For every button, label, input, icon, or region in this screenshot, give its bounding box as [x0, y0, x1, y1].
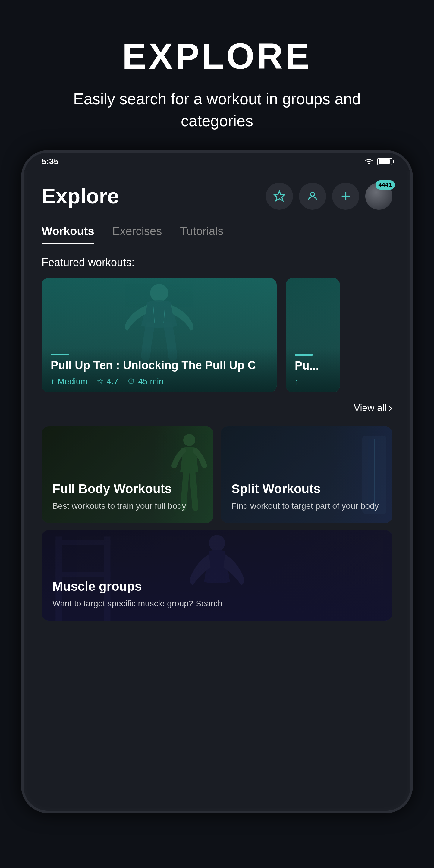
category-desc-fullbody: Best workouts to train your full body — [53, 500, 203, 512]
featured-card-title: Pull Up Ten : Unlocking The Pull Up C — [51, 359, 268, 372]
svg-marker-0 — [274, 191, 284, 201]
view-all-button[interactable]: View all — [354, 401, 393, 414]
status-icons — [364, 158, 393, 165]
app-content: Explore — [24, 174, 410, 811]
view-all-row: View all — [41, 401, 393, 414]
app-title: Explore — [41, 184, 119, 208]
battery-icon — [377, 158, 393, 165]
category-card-fullbody[interactable]: Full Body Workouts Best workouts to trai… — [41, 427, 213, 523]
status-bar: 5:35 — [24, 153, 410, 170]
rating-meta: ☆ 4.7 — [97, 377, 119, 386]
category-name-split: Split Workouts — [231, 481, 381, 496]
featured-scroll: Pull Up Ten : Unlocking The Pull Up C ↑ … — [41, 278, 393, 393]
tab-workouts[interactable]: Workouts — [41, 225, 94, 244]
partial-card-meta: ↑ — [295, 377, 331, 386]
avatar-container[interactable]: 4441 — [365, 183, 393, 210]
profile-button[interactable] — [299, 183, 326, 210]
phone-side-button — [410, 273, 413, 309]
tabs-container: Workouts Exercises Tutorials — [41, 225, 393, 244]
partial-card-title: Pu... — [295, 359, 331, 372]
partial-difficulty-icon: ↑ — [295, 377, 299, 386]
favorites-button[interactable] — [266, 183, 293, 210]
svg-point-4 — [150, 284, 168, 302]
category-name-muscle: Muscle groups — [53, 579, 381, 594]
status-time: 5:35 — [41, 157, 59, 166]
featured-card-main[interactable]: Pull Up Ten : Unlocking The Pull Up C ↑ … — [41, 278, 277, 393]
category-card-muscle[interactable]: Muscle groups Want to target specific mu… — [41, 530, 393, 621]
category-desc-split: Find workout to target part of your body — [231, 500, 381, 512]
page-title: EXPLORE — [66, 36, 368, 76]
wifi-icon — [364, 158, 374, 165]
partial-accent-line — [295, 354, 313, 355]
duration-meta: ⏱ 45 min — [127, 377, 164, 386]
category-content-2: Split Workouts Find workout to target pa… — [221, 427, 393, 523]
phone-frame: 5:35 Explore — [21, 150, 413, 813]
partial-difficulty-meta: ↑ — [295, 377, 299, 386]
clock-icon: ⏱ — [127, 377, 135, 386]
featured-card-partial[interactable]: Pu... ↑ — [286, 278, 340, 393]
featured-section-title: Featured workouts: — [41, 256, 393, 269]
page-header: EXPLORE Easily search for a workout in g… — [66, 0, 368, 150]
star-rating-icon: ☆ — [97, 377, 104, 386]
category-card-split[interactable]: Split Workouts Find workout to target pa… — [221, 427, 393, 523]
star-icon — [273, 190, 285, 202]
difficulty-icon: ↑ — [51, 377, 55, 386]
notification-badge: 4441 — [375, 180, 395, 190]
card-meta: ↑ Medium ☆ 4.7 ⏱ 45 min — [51, 377, 268, 386]
app-header: Explore — [41, 183, 393, 210]
featured-card-bottom: Pull Up Ten : Unlocking The Pull Up C ↑ … — [41, 348, 277, 393]
difficulty-meta: ↑ Medium — [51, 377, 88, 386]
tab-tutorials[interactable]: Tutorials — [180, 225, 223, 244]
category-name-fullbody: Full Body Workouts — [53, 481, 203, 496]
card-accent-line — [51, 354, 69, 355]
header-actions: 4441 — [266, 183, 393, 210]
category-desc-muscle: Want to target specific muscle group? Se… — [53, 598, 381, 610]
svg-point-1 — [310, 192, 314, 196]
partial-card-bottom: Pu... ↑ — [286, 348, 340, 393]
category-content-1: Full Body Workouts Best workouts to trai… — [41, 427, 213, 523]
plus-icon — [340, 190, 352, 202]
category-content-3: Muscle groups Want to target specific mu… — [41, 530, 393, 621]
tab-exercises[interactable]: Exercises — [113, 225, 162, 244]
page-subtitle: Easily search for a workout in groups an… — [66, 88, 368, 132]
add-button[interactable] — [332, 183, 359, 210]
user-icon — [307, 190, 318, 202]
categories-grid: Full Body Workouts Best workouts to trai… — [41, 427, 393, 621]
